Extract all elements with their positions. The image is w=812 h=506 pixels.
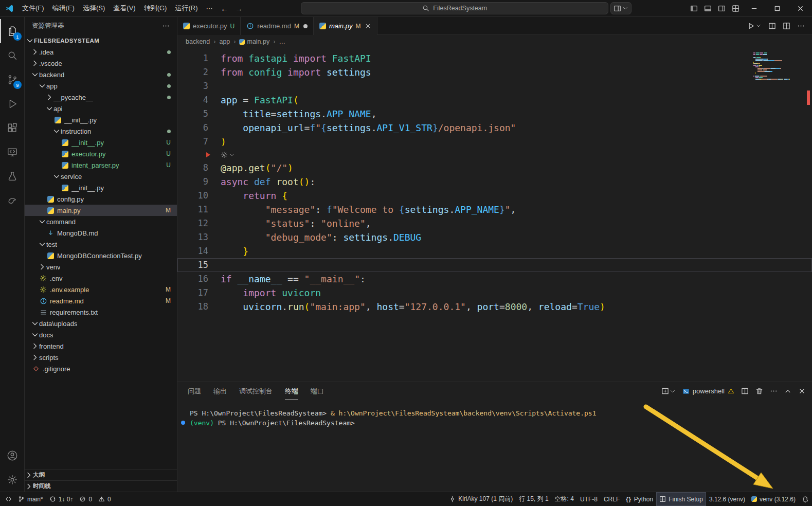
tree-item-readme-md[interactable]: readme.mdM (25, 295, 177, 306)
tree-item-data-uploads[interactable]: data\uploads (25, 318, 177, 329)
menu-edit[interactable]: 编辑(E) (48, 2, 79, 14)
panel-tab-debug-console[interactable]: 调试控制台 (239, 382, 273, 400)
back-button[interactable]: ← (218, 4, 231, 13)
activity-source-control[interactable]: 9 (0, 67, 24, 92)
kill-terminal-button[interactable] (755, 387, 763, 395)
forward-button[interactable]: → (232, 4, 245, 13)
line-number[interactable]: 14 (177, 244, 208, 258)
code-line-15[interactable]: 15 (177, 258, 812, 272)
minimize-button[interactable] (743, 0, 766, 16)
command-center-search[interactable]: FilesReadSysteam (301, 2, 608, 14)
panel-more-actions[interactable] (770, 387, 778, 395)
code-line-14[interactable]: 14 } (177, 244, 812, 258)
notifications[interactable] (799, 492, 812, 506)
line-number[interactable]: 17 (177, 286, 208, 300)
terminal-output[interactable]: PS H:\OwnProject\FilesReadSysteam> & h:\… (177, 400, 812, 492)
remote-indicator[interactable] (2, 492, 15, 506)
maximize-panel-button[interactable] (784, 388, 791, 395)
tree-item-mongodbconnectiontest-py[interactable]: MongoDBConnectionTest.py (25, 250, 177, 261)
tree-item-executor-py[interactable]: executor.pyU (25, 148, 177, 159)
code-line-7[interactable]: 7) (177, 135, 812, 149)
panel-tab-problems[interactable]: 问题 (188, 382, 201, 400)
line-number[interactable]: 11 (177, 203, 208, 216)
tree-item-vscode[interactable]: .vscode (25, 58, 177, 69)
eol[interactable]: CRLF (601, 492, 623, 506)
close-tab-icon[interactable] (365, 23, 371, 29)
tree-item-idea[interactable]: .idea (25, 46, 177, 58)
code-line-3[interactable]: 3 (177, 79, 812, 93)
tree-item-init-py[interactable]: __init__.py (25, 114, 177, 125)
panel-tab-ports[interactable]: 端口 (311, 382, 324, 400)
breadcrumb[interactable]: backend›app›main.py›… (177, 35, 812, 48)
activity-testing[interactable] (0, 164, 24, 188)
code-line-8[interactable]: 8@app.get("/") (177, 161, 812, 175)
code-line-16[interactable]: 16if __name__ == "__main__": (177, 272, 812, 286)
code-line-2[interactable]: 2from config import settings (177, 65, 812, 79)
split-editor-button[interactable] (768, 22, 776, 30)
editor-layout-button[interactable] (783, 22, 790, 30)
code-line-4[interactable]: 4app = FastAPI( (177, 93, 812, 107)
tree-item-init-py[interactable]: __init__.py (25, 182, 177, 193)
close-panel-button[interactable] (798, 387, 806, 395)
tree-item-scripts[interactable]: scripts (25, 352, 177, 363)
menu-goto[interactable]: 转到(G) (140, 2, 171, 14)
activity-explorer[interactable]: 1 (0, 19, 24, 43)
code-line-5[interactable]: 5 title=settings.APP_NAME, (177, 107, 812, 121)
git-blame[interactable]: KiriAky 107 (1 周前) (446, 492, 516, 506)
git-sync[interactable]: 1↓ 0↑ (46, 492, 77, 506)
code-line-1[interactable]: 1from fastapi import FastAPI (177, 51, 812, 65)
line-number[interactable]: 16 (177, 272, 208, 286)
activity-run-debug[interactable] (0, 92, 24, 116)
timeline-section[interactable]: 时间线 (25, 480, 177, 492)
code-line-18[interactable]: 18 uvicorn.run("main:app", host="127.0.0… (177, 300, 812, 314)
tree-item-env[interactable]: .env (25, 273, 177, 284)
tree-item-app[interactable]: app (25, 80, 177, 92)
terminal-profile-dropdown[interactable] (661, 387, 676, 395)
line-number[interactable]: 9 (177, 175, 208, 189)
tab-main-py[interactable]: main.pyM (314, 17, 378, 35)
terminal-tab-powershell[interactable]: powershell (682, 387, 734, 395)
tree-item-command[interactable]: command (25, 216, 177, 227)
editor-more-actions[interactable] (797, 22, 805, 30)
activity-ai-assistant[interactable] (0, 188, 24, 212)
line-number[interactable]: 4 (177, 93, 208, 107)
code-editor[interactable]: 1from fastapi import FastAPI2from config… (177, 48, 812, 382)
menu-file[interactable]: 文件(F) (18, 2, 48, 14)
panel-tab-terminal[interactable]: 终端 (285, 382, 298, 400)
line-number[interactable]: 7 (177, 135, 208, 149)
code-line-13[interactable]: 13 "debug_mode": settings.DEBUG (177, 230, 812, 244)
encoding[interactable]: UTF-8 (577, 492, 601, 506)
toggle-sidebar-button[interactable] (687, 1, 701, 15)
activity-remote-explorer[interactable] (0, 140, 24, 164)
customize-layout-button[interactable] (729, 1, 743, 15)
code-line-9[interactable]: 9async def root(): (177, 175, 812, 189)
cursor-position[interactable]: 行 15, 列 1 (516, 492, 551, 506)
tab-executor-py[interactable]: executor.pyU (177, 17, 241, 35)
tree-item-instruction[interactable]: instruction (25, 125, 177, 137)
menu-selection[interactable]: 选择(S) (79, 2, 109, 14)
tree-item-test[interactable]: test (25, 239, 177, 250)
code-line-6[interactable]: 6 openapi_url=f"{settings.API_V1_STR}/op… (177, 121, 812, 135)
code-line-10[interactable]: 10 return { (177, 189, 812, 203)
line-number[interactable]: 15 (177, 258, 208, 272)
code-line-12[interactable]: 12 "status": "online", (177, 216, 812, 230)
toggle-secondary-sidebar-button[interactable] (715, 1, 729, 15)
breadcrumb-backend[interactable]: backend (186, 38, 210, 45)
inline-run-widget[interactable] (177, 149, 812, 161)
line-number[interactable]: 2 (177, 65, 208, 79)
run-python-button[interactable] (747, 22, 762, 30)
activity-extensions[interactable] (0, 116, 24, 140)
breadcrumb-main-py[interactable]: main.py (239, 38, 269, 45)
line-number[interactable]: 8 (177, 161, 208, 175)
tree-item-main-py[interactable]: main.pyM (25, 205, 177, 216)
sidebar-more-actions[interactable] (162, 22, 170, 30)
tree-item-service[interactable]: service (25, 171, 177, 182)
tree-item-docs[interactable]: docs (25, 329, 177, 340)
problems-warnings[interactable]: 0 (95, 492, 114, 506)
maximize-button[interactable] (766, 0, 789, 16)
problems-errors[interactable]: 0 (76, 492, 95, 506)
indentation[interactable]: 空格: 4 (552, 492, 577, 506)
layout-control-dropdown[interactable] (610, 2, 631, 14)
outline-section[interactable]: 大纲 (25, 469, 177, 480)
menu-view[interactable]: 查看(V) (109, 2, 139, 14)
